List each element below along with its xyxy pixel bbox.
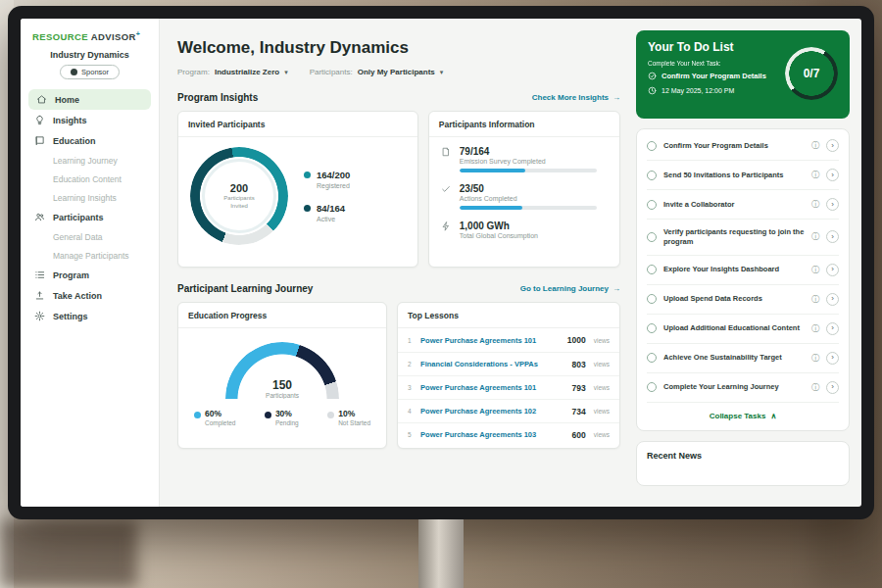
lesson-link[interactable]: Power Purchase Agreements 101 bbox=[420, 383, 565, 392]
top-lessons-card: Top Lessons 1 Power Purchase Agreements … bbox=[397, 302, 620, 449]
lesson-row[interactable]: 3 Power Purchase Agreements 101 793 view… bbox=[398, 375, 619, 399]
task-row[interactable]: Confirm Your Program Details ⓘ › bbox=[647, 131, 839, 160]
sidebar-item-program[interactable]: Program bbox=[21, 265, 159, 285]
lesson-views: 1000 bbox=[567, 335, 586, 345]
task-checkbox[interactable] bbox=[647, 294, 657, 304]
legend-dot bbox=[265, 412, 271, 418]
legend-dot bbox=[304, 172, 311, 178]
lesson-rank: 1 bbox=[408, 337, 415, 344]
todo-progress-value: 0/7 bbox=[785, 47, 838, 100]
clock-icon bbox=[648, 86, 657, 95]
invited-donut-chart: 200 Participants Invited bbox=[190, 147, 288, 245]
task-row[interactable]: Send 50 Invitations to Participants ⓘ › bbox=[647, 160, 839, 189]
sidebar-item-take-action[interactable]: Take Action bbox=[21, 285, 159, 306]
task-checkbox[interactable] bbox=[647, 265, 657, 274]
sidebar-item-education-content[interactable]: Education Content bbox=[21, 170, 159, 188]
sidebar-item-home[interactable]: Home bbox=[28, 89, 151, 110]
book-icon bbox=[34, 135, 45, 146]
task-checkbox[interactable] bbox=[647, 232, 657, 242]
sidebar-item-learning-insights[interactable]: Learning Insights bbox=[21, 188, 159, 207]
todo-next-task[interactable]: Confirm Your Program Details bbox=[648, 72, 783, 80]
chevron-right-icon[interactable]: › bbox=[826, 169, 839, 181]
lesson-row[interactable]: 4 Power Purchase Agreements 102 734 view… bbox=[398, 399, 619, 422]
chevron-right-icon[interactable]: › bbox=[826, 230, 839, 243]
sidebar-item-participants[interactable]: Participants bbox=[21, 207, 159, 227]
survey-progress-fill bbox=[460, 169, 525, 172]
sidebar-item-education[interactable]: Education bbox=[21, 130, 159, 151]
task-checkbox[interactable] bbox=[647, 353, 657, 363]
chevron-right-icon[interactable]: › bbox=[826, 293, 839, 306]
lesson-link[interactable]: Financial Considerations - VPPAs bbox=[420, 360, 565, 368]
info-circle-icon: ⓘ bbox=[811, 199, 819, 210]
lesson-link[interactable]: Power Purchase Agreements 103 bbox=[420, 430, 565, 439]
task-checkbox[interactable] bbox=[647, 141, 657, 151]
participants-filter[interactable]: Participants: Only My Participants ▾ bbox=[310, 68, 444, 76]
task-checkbox[interactable] bbox=[647, 200, 657, 210]
background-shadow-left bbox=[0, 519, 137, 588]
sidebar-item-label: Take Action bbox=[53, 291, 102, 301]
lesson-row[interactable]: 1 Power Purchase Agreements 101 1000 vie… bbox=[398, 328, 619, 352]
chevron-up-icon: ∧ bbox=[770, 412, 776, 420]
lesson-row[interactable]: 2 Financial Considerations - VPPAs 803 v… bbox=[398, 352, 619, 375]
task-row[interactable]: Verify participants requesting to join t… bbox=[647, 219, 839, 255]
lesson-views-label: views bbox=[594, 361, 610, 368]
legend-item-active: 84/164 Active bbox=[304, 203, 350, 222]
lesson-views-label: views bbox=[594, 408, 610, 415]
info-value: 1,000 GWh bbox=[460, 220, 538, 231]
task-row[interactable]: Upload Additional Educational Content ⓘ … bbox=[647, 314, 839, 343]
legend-value: 164/200 bbox=[317, 170, 350, 180]
recent-news-card: Recent News bbox=[636, 441, 850, 486]
chevron-right-icon[interactable]: › bbox=[826, 352, 839, 365]
legend-label: Pending bbox=[275, 419, 299, 426]
invited-participants-card: Invited Participants 200 Participants In… bbox=[177, 111, 418, 268]
chevron-right-icon[interactable]: › bbox=[826, 264, 839, 276]
info-circle-icon: ⓘ bbox=[811, 140, 819, 151]
lesson-link[interactable]: Power Purchase Agreements 102 bbox=[420, 407, 565, 416]
info-circle-icon: ⓘ bbox=[811, 231, 819, 242]
sidebar-item-manage-participants[interactable]: Manage Participants bbox=[21, 246, 159, 265]
chevron-right-icon[interactable]: › bbox=[826, 322, 839, 335]
sidebar-item-learning-journey[interactable]: Learning Journey bbox=[21, 151, 159, 170]
task-checkbox[interactable] bbox=[647, 171, 657, 180]
education-card-title: Education Progress bbox=[178, 303, 386, 328]
task-label: Invite a Collaborator bbox=[663, 200, 805, 210]
info-row-consumption: 1,000 GWh Total Global Consumption bbox=[441, 220, 608, 239]
info-circle-icon: ⓘ bbox=[811, 265, 819, 275]
legend-item-completed: 60% Completed bbox=[194, 409, 235, 426]
chevron-right-icon[interactable]: › bbox=[826, 381, 839, 394]
lessons-list: 1 Power Purchase Agreements 101 1000 vie… bbox=[398, 328, 619, 446]
sidebar: RESOURCE ADVISOR+ Industry Dynamics Spon… bbox=[21, 19, 160, 507]
program-filter[interactable]: Program: Industrialize Zero ▾ bbox=[177, 68, 288, 76]
energy-bolt-icon bbox=[441, 221, 452, 239]
legend-label: Registered bbox=[317, 182, 350, 189]
legend-dot bbox=[327, 412, 334, 418]
legend-value: 60% bbox=[205, 409, 221, 418]
chevron-right-icon[interactable]: › bbox=[826, 139, 839, 152]
chevron-right-icon[interactable]: › bbox=[826, 198, 839, 211]
task-checkbox[interactable] bbox=[647, 382, 657, 392]
lesson-rank: 2 bbox=[408, 361, 415, 368]
education-gauge-chart: 150 Participants bbox=[225, 342, 339, 399]
brand-logo: RESOURCE ADVISOR+ bbox=[21, 19, 159, 48]
sidebar-item-insights[interactable]: Insights bbox=[21, 110, 159, 130]
task-row[interactable]: Complete Your Learning Journey ⓘ › bbox=[647, 372, 839, 402]
task-row[interactable]: Achieve One Sustainability Target ⓘ › bbox=[647, 343, 839, 372]
sidebar-item-settings[interactable]: Settings bbox=[21, 306, 159, 326]
check-more-insights-link[interactable]: Check More Insights → bbox=[532, 93, 620, 102]
go-to-learning-journey-link[interactable]: Go to Learning Journey → bbox=[520, 284, 620, 293]
program-insights-title: Program Insights bbox=[177, 92, 258, 103]
legend-value: 84/164 bbox=[317, 203, 345, 214]
task-checkbox[interactable] bbox=[647, 323, 657, 333]
lesson-link[interactable]: Power Purchase Agreements 101 bbox=[420, 336, 562, 345]
sidebar-item-general-data[interactable]: General Data bbox=[21, 227, 159, 246]
task-row[interactable]: Invite a Collaborator ⓘ › bbox=[647, 189, 839, 219]
upload-icon bbox=[34, 290, 45, 301]
invited-donut-center: 200 Participants Invited bbox=[190, 147, 288, 245]
task-row[interactable]: Upload Spend Data Records ⓘ › bbox=[647, 284, 839, 314]
insights-cards-row: Invited Participants 200 Participants In… bbox=[177, 111, 620, 268]
lesson-row[interactable]: 5 Power Purchase Agreements 103 600 view… bbox=[398, 422, 619, 446]
list-icon bbox=[34, 270, 45, 280]
task-row[interactable]: Explore Your Insights Dashboard ⓘ › bbox=[647, 255, 839, 284]
arrow-right-icon: → bbox=[612, 93, 620, 102]
collapse-tasks-button[interactable]: Collapse Tasks ∧ bbox=[647, 402, 839, 428]
